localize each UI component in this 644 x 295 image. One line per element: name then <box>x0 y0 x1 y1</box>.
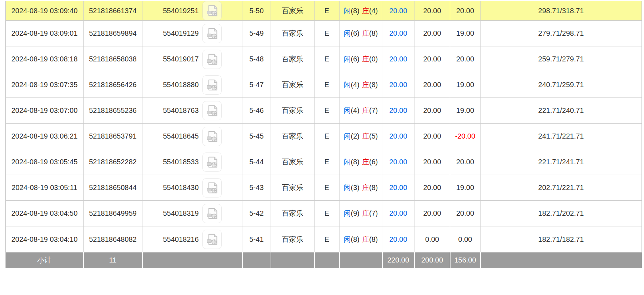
cell-game-result: 闲(6)庄(0) <box>339 46 382 72</box>
player-result-label: 闲 <box>344 7 351 15</box>
player-result-score: (3) <box>351 184 359 191</box>
video-replay-button[interactable] <box>202 101 222 120</box>
win-loss-value: -20.00 <box>455 132 476 140</box>
cell-win-loss: 19.00 <box>450 72 481 98</box>
cell-game-result: 闲(4)庄(8) <box>339 72 382 98</box>
player-result-label: 闲 <box>344 184 351 191</box>
cell-game-name: 百家乐 <box>271 149 315 175</box>
bet-amount-link[interactable]: 20.00 <box>389 106 407 114</box>
banker-result-label: 庄 <box>362 81 369 89</box>
banker-result-score: (6) <box>369 158 378 166</box>
win-loss-value: 19.00 <box>456 184 474 191</box>
bet-amount-link[interactable]: 20.00 <box>389 55 407 63</box>
cell-round-id: 554019017 <box>142 46 242 72</box>
win-loss-value: 20.00 <box>456 55 474 63</box>
video-replay-button[interactable] <box>202 152 222 172</box>
video-replay-button[interactable] <box>202 50 222 69</box>
video-replay-button[interactable] <box>202 75 222 95</box>
video-record-icon <box>206 104 218 117</box>
win-loss-value: 20.00 <box>456 209 474 217</box>
bet-amount-link[interactable]: 20.00 <box>389 29 407 37</box>
bet-record-row[interactable]: 2024-08-19 03:05:45 521818652282 5540185… <box>6 149 642 175</box>
player-result-label: 闲 <box>344 81 351 89</box>
player-result-label: 闲 <box>344 209 351 217</box>
win-loss-value: 0.00 <box>458 235 472 243</box>
bet-amount-link[interactable]: 20.00 <box>389 184 407 191</box>
cell-bet-time: 2024-08-19 03:04:50 <box>6 201 84 226</box>
cell-game-name: 百家乐 <box>271 98 315 124</box>
video-replay-button[interactable] <box>202 204 222 223</box>
cell-valid-amount: 20.00 <box>414 1 450 21</box>
video-replay-button[interactable] <box>202 1 222 20</box>
bet-record-row[interactable]: 2024-08-19 03:09:01 521818659894 5540191… <box>6 21 642 46</box>
cell-game-result: 闲(9)庄(7) <box>339 201 382 226</box>
banker-result-score: (7) <box>369 106 378 114</box>
cell-win-loss: 20.00 <box>450 1 481 21</box>
cell-bet-id: 521818649959 <box>84 201 142 226</box>
bet-amount-link[interactable]: 20.00 <box>389 158 407 166</box>
bet-amount-link[interactable]: 20.00 <box>389 209 407 217</box>
player-result-score: (2) <box>351 132 359 140</box>
bet-record-row[interactable]: 2024-08-19 03:05:11 521818650844 5540184… <box>6 175 642 201</box>
video-record-icon <box>206 233 218 246</box>
cell-bet-amount: 20.00 <box>382 201 414 226</box>
cell-bet-time: 2024-08-19 03:09:40 <box>6 1 84 21</box>
player-result-label: 闲 <box>344 235 351 243</box>
bet-amount-link[interactable]: 20.00 <box>389 81 407 89</box>
cell-win-loss: 20.00 <box>450 46 481 72</box>
cell-bet-id: 521818656426 <box>84 72 142 98</box>
bet-record-row[interactable]: 2024-08-19 03:04:10 521818648082 5540182… <box>6 226 642 252</box>
cell-bet-id: 521818650844 <box>84 175 142 201</box>
banker-result-score: (8) <box>369 235 378 243</box>
banker-result-label: 庄 <box>362 209 369 217</box>
video-replay-button[interactable] <box>202 230 222 249</box>
round-id-text: 554019129 <box>163 29 198 38</box>
cell-game-name: 百家乐 <box>271 1 315 21</box>
subtotal-empty-balance <box>481 252 642 268</box>
cell-game-result: 闲(8)庄(8) <box>339 226 382 252</box>
player-result-score: (6) <box>351 55 359 63</box>
cell-bet-id: 521818648082 <box>84 226 142 252</box>
cell-bet-time: 2024-08-19 03:07:35 <box>6 72 84 98</box>
cell-bet-time: 2024-08-19 03:05:45 <box>6 149 84 175</box>
bet-record-row[interactable]: 2024-08-19 03:09:40 521818661374 5540192… <box>6 1 642 21</box>
player-result-score: (9) <box>351 209 359 217</box>
round-id-text: 554019017 <box>163 55 198 63</box>
cell-bet-amount: 20.00 <box>382 98 414 124</box>
cell-round-id: 554018216 <box>142 226 242 252</box>
video-replay-button[interactable] <box>202 178 222 198</box>
cell-round-no: 5-46 <box>242 98 271 124</box>
bet-record-row[interactable]: 2024-08-19 03:04:50 521818649959 5540183… <box>6 201 642 226</box>
player-result-score: (8) <box>351 158 359 166</box>
cell-bet-id: 521818652282 <box>84 149 142 175</box>
cell-valid-amount: 20.00 <box>414 72 450 98</box>
bet-amount-link[interactable]: 20.00 <box>389 132 407 140</box>
cell-balance: 241.71/221.71 <box>481 124 642 149</box>
subtotal-empty-game <box>271 252 315 268</box>
player-result-label: 闲 <box>344 158 351 166</box>
win-loss-value: 19.00 <box>456 81 474 89</box>
cell-round-no: 5-43 <box>242 175 271 201</box>
bet-record-row[interactable]: 2024-08-19 03:06:21 521818653791 5540186… <box>6 124 642 149</box>
subtotal-count: 11 <box>84 252 142 268</box>
video-replay-button[interactable] <box>202 127 222 146</box>
round-id-text: 554018763 <box>163 106 198 115</box>
cell-bet-id: 521818658038 <box>84 46 142 72</box>
bet-amount-link[interactable]: 20.00 <box>389 7 407 15</box>
player-result-score: (8) <box>351 7 359 15</box>
video-record-icon <box>206 79 218 91</box>
cell-win-loss: 19.00 <box>450 98 481 124</box>
cell-win-loss: 20.00 <box>450 201 481 226</box>
video-replay-button[interactable] <box>202 24 222 43</box>
cell-round-no: 5-41 <box>242 226 271 252</box>
bet-amount-link[interactable]: 20.00 <box>389 235 407 243</box>
cell-table-code: E <box>315 201 339 226</box>
cell-table-code: E <box>315 149 339 175</box>
cell-bet-id: 521818659894 <box>84 21 142 46</box>
banker-result-label: 庄 <box>362 29 369 37</box>
bet-record-row[interactable]: 2024-08-19 03:07:00 521818655236 5540187… <box>6 98 642 124</box>
bet-record-row[interactable]: 2024-08-19 03:08:18 521818658038 5540190… <box>6 46 642 72</box>
bet-record-row[interactable]: 2024-08-19 03:07:35 521818656426 5540188… <box>6 72 642 98</box>
cell-win-loss: 19.00 <box>450 21 481 46</box>
cell-valid-amount: 20.00 <box>414 201 450 226</box>
